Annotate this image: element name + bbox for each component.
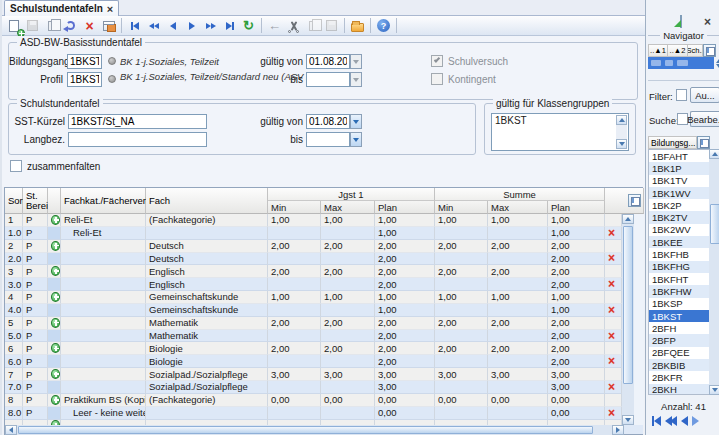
cell-jgst1-plan[interactable]: 1,00 — [375, 214, 435, 227]
cell-summe-min[interactable]: 0,00 — [435, 394, 488, 407]
cell-fachkat[interactable] — [61, 240, 146, 253]
cell-jgst1-max[interactable]: 1,00 — [321, 214, 375, 227]
sst-kuerzel-field[interactable] — [68, 114, 207, 129]
scroll-up-icon[interactable] — [709, 149, 719, 159]
cell-summe-max[interactable]: 2,00 — [488, 317, 548, 330]
filter-auswahl-button[interactable]: Au... — [690, 87, 719, 103]
cell-jgst1-max[interactable]: 2,00 — [321, 240, 375, 253]
cell-summe-max[interactable]: 2,00 — [488, 240, 548, 253]
table-row[interactable]: 4.0PGemeinschaftskunde1,001,00× — [5, 304, 644, 317]
cell-fach[interactable] — [146, 407, 268, 420]
column-chooser-icon[interactable] — [628, 194, 641, 207]
list-item-1bkfht[interactable]: 1BKFHT — [649, 273, 710, 285]
dock-panel-icon[interactable] — [680, 16, 682, 27]
cell-summe-min[interactable] — [435, 407, 488, 420]
asd-bis-field[interactable] — [306, 72, 350, 87]
asd-gueltig-von-field[interactable] — [306, 54, 350, 69]
scrollbar-thumb[interactable] — [710, 204, 719, 244]
cell-fach[interactable]: Mathematik — [146, 330, 268, 343]
list-item-1bk1tv[interactable]: 1BK1TV — [649, 175, 710, 187]
table-row[interactable]: 1PReli-Et(Fachkategorie)1,001,001,001,00… — [5, 214, 644, 227]
cell-jgst1-plan[interactable]: 2,00 — [375, 253, 435, 266]
cell-jgst1-max[interactable] — [321, 278, 375, 291]
cell-fach[interactable]: Biologie — [146, 355, 268, 368]
cell-fachkat[interactable] — [61, 330, 146, 343]
add-row-icon[interactable] — [51, 420, 60, 424]
cell-fach[interactable]: Mathematik — [146, 317, 268, 330]
table-edit-icon[interactable] — [100, 17, 117, 34]
scroll-up-icon[interactable] — [616, 115, 627, 125]
next-page-icon[interactable] — [202, 17, 219, 34]
cell-fachkat[interactable] — [61, 291, 146, 304]
klassengruppen-scrollbar[interactable] — [616, 115, 627, 149]
cell-fachkat[interactable] — [61, 355, 146, 368]
cell-summe-plan[interactable]: 2,00 — [548, 240, 605, 253]
cell-jgst1-plan[interactable]: 2,00 — [375, 355, 435, 368]
add-row-icon[interactable] — [51, 369, 60, 379]
navigator-current-row[interactable] — [648, 57, 714, 69]
scroll-down-icon[interactable] — [616, 139, 627, 149]
cell-summe-max[interactable] — [488, 407, 548, 420]
cell-jgst1-min[interactable] — [268, 355, 321, 368]
mini-header-1[interactable]: ..▲1 — [648, 44, 668, 57]
add-row-icon[interactable] — [51, 241, 60, 251]
cell-fach[interactable]: (Fachkategorie) — [146, 214, 268, 227]
cell-summe-plan[interactable]: 3,00 — [548, 368, 605, 381]
cell-jgst1-plan[interactable]: 2,00 — [375, 240, 435, 253]
prior-page-icon[interactable] — [145, 17, 162, 34]
first-record-icon[interactable] — [652, 416, 661, 426]
filter-input[interactable] — [676, 89, 687, 101]
next-record-icon[interactable] — [692, 416, 699, 426]
table-row[interactable]: 8.0PLeer - keine weiteren Fächer0,000,00… — [5, 407, 644, 420]
cell-jgst1-plan[interactable]: 0,00 — [375, 407, 435, 420]
cell-jgst1-min[interactable] — [268, 278, 321, 291]
scroll-up-icon[interactable] — [622, 214, 634, 224]
cell-fachkat[interactable] — [61, 278, 146, 291]
back-icon[interactable]: ← — [266, 17, 283, 34]
cell-jgst1-max[interactable]: 3,00 — [321, 368, 375, 381]
cell-summe-plan[interactable]: 2,00 — [548, 253, 605, 266]
cell-fach[interactable]: Englisch — [146, 265, 268, 278]
list-item-1bfaht[interactable]: 1BFAHT — [649, 150, 710, 162]
scrollbar-thumb[interactable] — [18, 426, 593, 434]
cell-summe-min[interactable]: 2,00 — [435, 265, 488, 278]
cell-summe-plan[interactable]: 0,00 — [548, 407, 605, 420]
cell-jgst1-min[interactable] — [268, 227, 321, 240]
cell-fach[interactable]: Gemeinschaftskunde — [146, 291, 268, 304]
cell-jgst1-min[interactable] — [268, 330, 321, 343]
table-row[interactable]: 7.0PSozialpäd./Sozialpflege3,003,00× — [5, 381, 644, 394]
cell-fachkat[interactable]: Praktikum BS (Kopie) — [61, 394, 146, 407]
cell-fach[interactable] — [146, 227, 268, 240]
cell-jgst1-plan[interactable]: 3,00 — [375, 381, 435, 394]
table-row[interactable]: 5PMathematik2,002,002,002,002,002,00 — [5, 317, 644, 330]
delete-row-icon[interactable]: × — [608, 408, 615, 418]
cell-fach[interactable]: Sozialpäd./Sozialpflege — [146, 381, 268, 394]
add-row-icon[interactable] — [51, 266, 60, 276]
cell-jgst1-max[interactable]: 2,00 — [321, 342, 375, 355]
cell-fachkat[interactable] — [61, 368, 146, 381]
scrollbar-thumb[interactable] — [623, 226, 633, 384]
cell-fach[interactable]: Gemeinschaftskunde — [146, 304, 268, 317]
table-horizontal-scrollbar[interactable] — [5, 425, 624, 435]
delete-row-icon[interactable]: × — [608, 279, 615, 289]
cell-jgst1-min[interactable] — [268, 304, 321, 317]
klassengruppen-listbox[interactable]: 1BKST — [491, 113, 629, 151]
schulversuch-checkbox[interactable] — [431, 55, 443, 67]
add-row-icon[interactable] — [51, 395, 60, 405]
cell-summe-min[interactable] — [435, 381, 488, 394]
cell-jgst1-min[interactable]: 3,00 — [268, 368, 321, 381]
cell-summe-min[interactable]: 2,00 — [435, 317, 488, 330]
cell-summe-max[interactable]: 3,00 — [488, 368, 548, 381]
delete-row-icon[interactable]: × — [608, 382, 615, 392]
cell-jgst1-min[interactable]: 2,00 — [268, 240, 321, 253]
cell-summe-max[interactable] — [488, 253, 548, 266]
table-vertical-scrollbar[interactable] — [622, 214, 634, 425]
cell-summe-max[interactable]: 2,00 — [488, 265, 548, 278]
cell-fach[interactable]: Biologie — [146, 342, 268, 355]
table-row[interactable]: 3PEnglisch2,002,002,002,002,002,00 — [5, 265, 644, 278]
list-item-1bk1wv[interactable]: 1BK1WV — [649, 187, 710, 199]
cell-fach[interactable]: Sozialpäd./Sozialpflege — [146, 368, 268, 381]
list-item-2bkfr[interactable]: 2BKFR — [649, 371, 710, 383]
list-item-2bfqee[interactable]: 2BFQEE — [649, 347, 710, 359]
cell-jgst1-min[interactable] — [268, 407, 321, 420]
